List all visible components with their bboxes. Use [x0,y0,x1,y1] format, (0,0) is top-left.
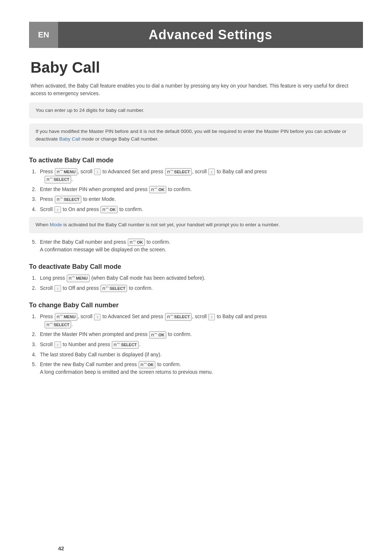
step-item: 1. Press ⊓⌒MENU, scroll ↕ to Advanced Se… [30,313,363,328]
section-activate-heading: To activate Baby Call mode [29,157,363,164]
page-title: Baby Call [30,59,363,76]
section-deactivate: To deactivate Baby Call mode 1. Long pre… [29,263,363,292]
step-item: 4. Scroll ↕ to On and press ⊓⌒OK to conf… [30,206,363,214]
activate-steps: 1. Press ⊓⌒MENU, scroll ↕ to Advanced Se… [30,168,363,214]
info-box-2: If you have modified the Master PIN befo… [29,123,363,147]
section-change: To change Baby Call number 1. Press ⊓⌒ME… [29,301,363,376]
scroll-icon-6: ↕ [208,314,215,320]
select-button-icon-7: ⊓⌒SELECT [112,341,138,349]
info-box-2-text: If you have modified the Master PIN befo… [36,129,346,141]
step-item: 4. The last stored Baby Call number is d… [30,351,363,358]
ok-button-icon-2: ⊓⌒OK [101,206,118,214]
step-item: 5. Enter the new Baby Call number and pr… [30,361,363,376]
select-button-icon-3: ⊓⌒SELECT [55,196,81,203]
step-item: 3. Scroll ↕ to Number and press ⊓⌒SELECT… [30,341,363,349]
header-title: Advanced Settings [58,27,363,42]
header-bar: EN Advanced Settings [29,22,363,48]
scroll-icon: ↕ [94,169,101,175]
scroll-icon-4: ↕ [54,285,61,292]
select-button-icon-4: ⊓⌒SELECT [101,285,127,292]
ok-button-icon-3: ⊓⌒OK [128,239,145,246]
lang-label: EN [38,30,49,40]
step-item: 2. Enter the Master PIN when prompted an… [30,331,363,339]
intro-text: When activated, the Baby Call feature en… [30,82,363,97]
menu-button-icon-2: ⊓⌒MENU [67,275,89,282]
mode-info-box: When Mode is activated but the Baby Call… [29,217,363,233]
select-button-icon-6: ⊓⌒SELECT [45,321,71,329]
ok-button-icon-4: ⊓⌒OK [149,331,166,339]
scroll-icon-3: ↕ [54,206,61,213]
menu-button-icon: ⊓⌒MENU [55,168,77,176]
step-item: 5. Enter the Baby Call number and press … [30,238,363,254]
step-item: 1. Press ⊓⌒MENU, scroll ↕ to Advanced Se… [30,168,363,183]
step-item: 2. Enter the Master PIN when prompted an… [30,186,363,194]
section-activate: To activate Baby Call mode 1. Press ⊓⌒ME… [29,157,363,254]
ok-button-icon-5: ⊓⌒OK [139,361,156,369]
step-item: 2. Scroll ↕ to Off and press ⊓⌒SELECT to… [30,284,363,292]
section-deactivate-heading: To deactivate Baby Call mode [29,263,363,271]
info-box-1-text: You can enter up to 24 digits for baby c… [36,108,144,113]
section-change-heading: To change Baby Call number [29,301,363,309]
select-button-icon-2: ⊓⌒SELECT [45,176,71,183]
select-button-icon-5: ⊓⌒SELECT [165,313,192,321]
step-item: 1. Long press ⊓⌒MENU (when Baby Call mod… [30,274,363,282]
menu-button-icon-3: ⊓⌒MENU [55,313,77,321]
scroll-icon-5: ↕ [94,314,101,320]
scroll-icon-2: ↕ [208,169,215,175]
info-box-1: You can enter up to 24 digits for baby c… [29,102,363,118]
change-steps: 1. Press ⊓⌒MENU, scroll ↕ to Advanced Se… [30,313,363,376]
page-number: 42 [58,545,64,551]
activate-extra-steps: 5. Enter the Baby Call number and press … [30,238,363,254]
deactivate-steps: 1. Long press ⊓⌒MENU (when Baby Call mod… [30,274,363,292]
select-button-icon: ⊓⌒SELECT [165,168,192,176]
ok-button-icon: ⊓⌒OK [149,186,166,194]
step-item: 3. Press ⊓⌒SELECT to enter Mode. [30,195,363,203]
scroll-icon-7: ↕ [54,341,61,348]
lang-badge: EN [29,22,58,48]
